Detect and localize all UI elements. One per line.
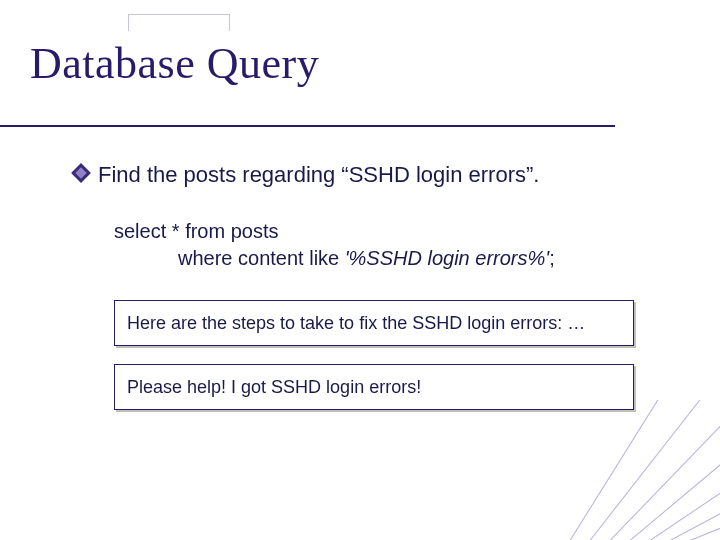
bullet-text: Find the posts regarding “SSHD login err… xyxy=(98,160,539,190)
slide: Database Query Find the posts regarding … xyxy=(0,0,720,540)
sql-line-1: select * from posts xyxy=(114,218,680,245)
sql-line-2: where content like '%SSHD login errors%'… xyxy=(178,245,680,272)
sql-where-prefix: where content like xyxy=(178,247,345,269)
sql-like-pattern: '%SSHD login errors%' xyxy=(345,247,549,269)
title-tab-decoration xyxy=(128,14,230,31)
slide-body: Find the posts regarding “SSHD login err… xyxy=(74,160,680,428)
sql-terminator: ; xyxy=(549,247,555,269)
bullet-item: Find the posts regarding “SSHD login err… xyxy=(74,160,680,190)
result-row: Please help! I got SSHD login errors! xyxy=(114,364,634,410)
result-row: Here are the steps to take to fix the SS… xyxy=(114,300,634,346)
title-underline xyxy=(0,125,615,127)
slide-title: Database Query xyxy=(30,38,319,89)
diamond-bullet-icon xyxy=(71,163,91,183)
sql-query: select * from posts where content like '… xyxy=(114,218,680,272)
